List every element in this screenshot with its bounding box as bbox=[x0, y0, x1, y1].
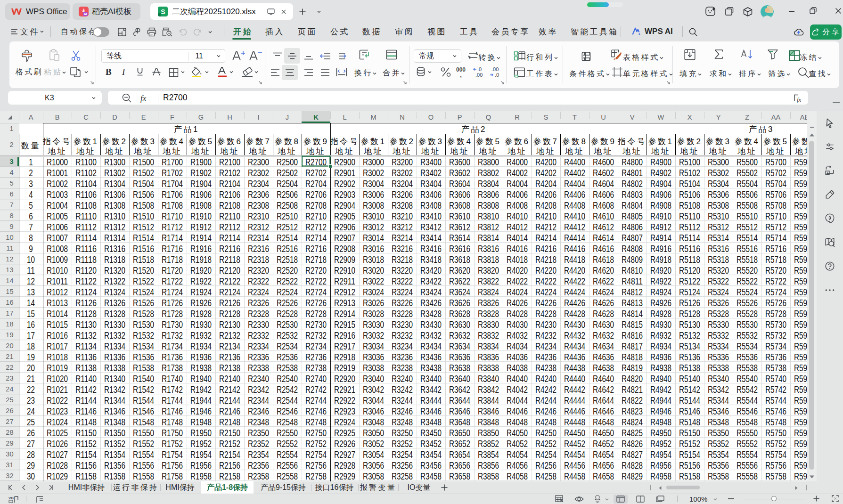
svg-text:R1552: R1552 bbox=[133, 439, 154, 449]
svg-text:R1952: R1952 bbox=[190, 439, 212, 449]
svg-text:R5704: R5704 bbox=[765, 179, 786, 189]
svg-text:R1338: R1338 bbox=[104, 363, 125, 373]
svg-text:R4040: R4040 bbox=[507, 374, 528, 384]
svg-text:R1106: R1106 bbox=[75, 189, 97, 200]
svg-text:R2726: R2726 bbox=[305, 298, 327, 308]
svg-text:R3456: R3456 bbox=[420, 460, 442, 471]
svg-text:R4202: R4202 bbox=[535, 168, 557, 178]
svg-text:R4910: R4910 bbox=[650, 211, 671, 221]
svg-text:R2134: R2134 bbox=[219, 341, 240, 351]
svg-text:R1514: R1514 bbox=[133, 233, 154, 243]
svg-text:R5546: R5546 bbox=[737, 406, 758, 416]
svg-text:R3008: R3008 bbox=[363, 200, 384, 211]
svg-text:R2512: R2512 bbox=[277, 222, 298, 232]
svg-text:R5722: R5722 bbox=[765, 276, 786, 286]
svg-text:K: K bbox=[313, 114, 319, 121]
svg-text:R1009: R1009 bbox=[47, 254, 68, 265]
svg-text:R4918: R4918 bbox=[650, 254, 671, 265]
svg-text:R2926: R2926 bbox=[334, 439, 355, 449]
svg-text:R1304: R1304 bbox=[104, 179, 125, 189]
svg-text:R4810: R4810 bbox=[622, 265, 643, 276]
svg-text:R5308: R5308 bbox=[708, 200, 729, 211]
svg-text:R2732: R2732 bbox=[305, 330, 327, 341]
svg-text:R4244: R4244 bbox=[535, 395, 557, 406]
svg-text:R1011: R1011 bbox=[47, 276, 68, 286]
svg-text:R5708: R5708 bbox=[765, 200, 786, 211]
svg-text:R3642: R3642 bbox=[449, 384, 470, 395]
svg-text:R4250: R4250 bbox=[535, 428, 557, 438]
svg-text:1: 1 bbox=[29, 157, 33, 167]
svg-text:R1740: R1740 bbox=[162, 374, 183, 384]
svg-text:14: 14 bbox=[6, 277, 13, 285]
svg-text:12: 12 bbox=[6, 255, 13, 263]
svg-text:R1906: R1906 bbox=[190, 189, 212, 200]
svg-text:R1332: R1332 bbox=[104, 330, 125, 341]
svg-text:R4256: R4256 bbox=[535, 460, 557, 471]
svg-text:R1025: R1025 bbox=[47, 428, 68, 438]
svg-text:R5142: R5142 bbox=[679, 384, 700, 395]
svg-text:R1146: R1146 bbox=[75, 406, 97, 416]
svg-text:R5550: R5550 bbox=[737, 428, 758, 438]
svg-text:R3034: R3034 bbox=[363, 341, 384, 351]
svg-text:R4813: R4813 bbox=[622, 298, 643, 308]
svg-text:R4924: R4924 bbox=[650, 287, 671, 297]
svg-text:23: 23 bbox=[27, 395, 35, 406]
svg-text:R3602: R3602 bbox=[449, 168, 470, 178]
svg-text:R2140: R2140 bbox=[219, 374, 240, 384]
svg-text:R4608: R4608 bbox=[593, 200, 614, 211]
svg-text:R3822: R3822 bbox=[478, 276, 499, 286]
svg-text:R4626: R4626 bbox=[593, 298, 614, 308]
svg-text:R3224: R3224 bbox=[392, 287, 413, 297]
svg-text:R2350: R2350 bbox=[248, 428, 269, 438]
svg-text:R1140: R1140 bbox=[75, 374, 97, 384]
svg-text:16: 16 bbox=[27, 319, 35, 330]
svg-text:R5558: R5558 bbox=[737, 471, 758, 481]
svg-text:R4900: R4900 bbox=[650, 157, 671, 167]
svg-text:R5534: R5534 bbox=[737, 341, 758, 351]
svg-text:R4416: R4416 bbox=[564, 244, 585, 254]
svg-text:R4428: R4428 bbox=[564, 309, 585, 319]
svg-text:R2304: R2304 bbox=[248, 179, 269, 189]
svg-text:R4248: R4248 bbox=[535, 417, 557, 427]
svg-text:参数3: 参数3 bbox=[706, 137, 731, 146]
svg-text:R2904: R2904 bbox=[334, 200, 355, 211]
svg-text:R2906: R2906 bbox=[334, 222, 355, 232]
svg-text:R4928: R4928 bbox=[650, 309, 671, 319]
svg-text:R4958: R4958 bbox=[650, 471, 671, 481]
svg-text:22: 22 bbox=[6, 364, 13, 371]
svg-text:R1306: R1306 bbox=[104, 189, 125, 200]
svg-text:R4404: R4404 bbox=[564, 179, 585, 189]
svg-text:R2530: R2530 bbox=[277, 319, 298, 330]
svg-text:R3238: R3238 bbox=[392, 363, 413, 373]
svg-text:R1944: R1944 bbox=[190, 395, 212, 406]
svg-text:R5150: R5150 bbox=[679, 428, 700, 438]
svg-text:R4028: R4028 bbox=[507, 309, 528, 319]
svg-text:R2700: R2700 bbox=[305, 157, 327, 167]
svg-text:指令号: 指令号 bbox=[617, 137, 647, 146]
svg-text:R3628: R3628 bbox=[449, 309, 470, 319]
svg-text:R2356: R2356 bbox=[248, 460, 269, 471]
svg-text:R4817: R4817 bbox=[622, 341, 643, 351]
svg-text:19: 19 bbox=[27, 352, 35, 362]
svg-text:R3620: R3620 bbox=[449, 265, 470, 276]
svg-text:R5530: R5530 bbox=[737, 319, 758, 330]
svg-text:R2504: R2504 bbox=[277, 179, 298, 189]
svg-text:R1346: R1346 bbox=[104, 406, 125, 416]
svg-text:R4821: R4821 bbox=[622, 384, 643, 395]
svg-text:R3400: R3400 bbox=[420, 157, 442, 167]
svg-text:参数9: 参数9 bbox=[591, 137, 616, 146]
svg-text:R4952: R4952 bbox=[650, 439, 671, 449]
svg-text:12: 12 bbox=[27, 276, 35, 286]
svg-text:地址: 地址 bbox=[220, 147, 239, 156]
svg-text:R2536: R2536 bbox=[277, 352, 298, 362]
svg-text:R3226: R3226 bbox=[392, 298, 413, 308]
svg-text:Y: Y bbox=[716, 114, 721, 121]
svg-text:R5526: R5526 bbox=[737, 298, 758, 308]
svg-text:R4807: R4807 bbox=[622, 233, 643, 243]
svg-text:R4644: R4644 bbox=[593, 395, 614, 406]
svg-text:R3448: R3448 bbox=[420, 417, 442, 427]
svg-text:R2746: R2746 bbox=[305, 406, 327, 416]
svg-text:R5540: R5540 bbox=[737, 374, 758, 384]
svg-text:R5148: R5148 bbox=[679, 417, 700, 427]
svg-text:R3218: R3218 bbox=[392, 254, 413, 265]
